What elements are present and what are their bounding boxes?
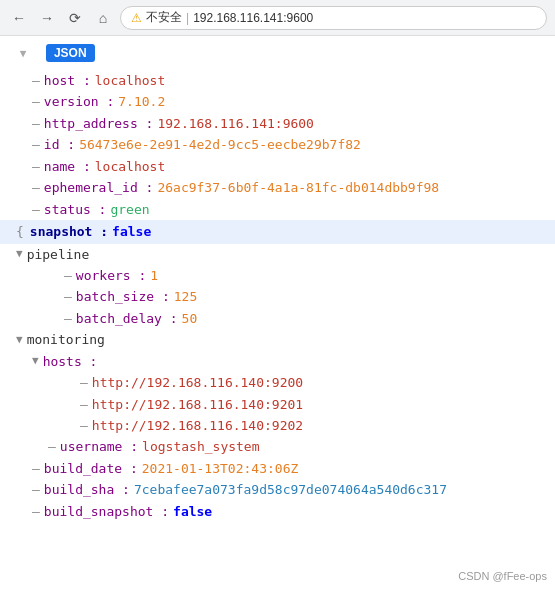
batch-size-key: batch_size :: [76, 286, 170, 307]
snapshot-key: snapshot :: [30, 221, 108, 242]
pipeline-label: pipeline: [27, 244, 90, 265]
hosts-section-row: ▼ hosts :: [0, 351, 555, 372]
snapshot-val: false: [112, 221, 151, 242]
build-sha-key: build_sha :: [44, 479, 130, 500]
insecure-label: 不安全: [146, 9, 182, 26]
batch-size-row: — batch_size : 125: [0, 286, 555, 307]
json-badge: JSON: [46, 44, 95, 62]
watermark: CSDN @fFee-ops: [458, 570, 547, 582]
build-sha-row: — build_sha : 7cebafee7a073fa9d58c97de07…: [0, 479, 555, 500]
http-address-key: http_address :: [44, 113, 154, 134]
host1-val: http://192.168.116.140:9200: [92, 372, 303, 393]
batch-delay-row: — batch_delay : 50: [0, 308, 555, 329]
workers-val: 1: [150, 265, 158, 286]
json-badge-row: ▼ JSON: [0, 44, 555, 66]
status-key: status :: [44, 199, 107, 220]
username-val: logstash_system: [142, 436, 259, 457]
id-key: id :: [44, 134, 75, 155]
host-row: — host : localhost: [0, 70, 555, 91]
build-sha-val: 7cebafee7a073fa9d58c97de074064a540d6c317: [134, 479, 447, 500]
workers-key: workers :: [76, 265, 146, 286]
workers-row: — workers : 1: [0, 265, 555, 286]
hosts-key: hosts :: [43, 351, 98, 372]
back-button[interactable]: ←: [8, 7, 30, 29]
build-date-key: build_date :: [44, 458, 138, 479]
browser-toolbar: ← → ⟳ ⌂ ⚠ 不安全 | 192.168.116.141:9600: [0, 0, 555, 36]
home-button[interactable]: ⌂: [92, 7, 114, 29]
batch-size-val: 125: [174, 286, 197, 307]
batch-delay-val: 50: [182, 308, 198, 329]
ephemeral-id-row: — ephemeral_id : 26ac9f37-6b0f-4a1a-81fc…: [0, 177, 555, 198]
host-val: localhost: [95, 70, 165, 91]
version-key: version :: [44, 91, 114, 112]
refresh-button[interactable]: ⟳: [64, 7, 86, 29]
id-val: 56473e6e-2e91-4e2d-9cc5-eecbe29b7f82: [79, 134, 361, 155]
host1-row: — http://192.168.116.140:9200: [0, 372, 555, 393]
address-bar[interactable]: ⚠ 不安全 | 192.168.116.141:9600: [120, 6, 547, 30]
http-address-val: 192.168.116.141:9600: [157, 113, 314, 134]
build-snapshot-val: false: [173, 501, 212, 522]
url-text: 192.168.116.141:9600: [193, 11, 313, 25]
host-key: host :: [44, 70, 91, 91]
tree-view: — host : localhost — version : 7.10.2 — …: [0, 70, 555, 522]
batch-delay-key: batch_delay :: [76, 308, 178, 329]
name-val: localhost: [95, 156, 165, 177]
json-content: ▼ JSON — host : localhost — version : 7.…: [0, 36, 555, 590]
status-row: — status : green: [0, 199, 555, 220]
snapshot-row: { snapshot : false: [0, 220, 555, 243]
build-snapshot-row: — build_snapshot : false: [0, 501, 555, 522]
build-date-val: 2021-01-13T02:43:06Z: [142, 458, 299, 479]
username-key: username :: [60, 436, 138, 457]
ephemeral-id-val: 26ac9f37-6b0f-4a1a-81fc-db014dbb9f98: [157, 177, 439, 198]
version-val: 7.10.2: [118, 91, 165, 112]
id-row: — id : 56473e6e-2e91-4e2d-9cc5-eecbe29b7…: [0, 134, 555, 155]
host3-val: http://192.168.116.140:9202: [92, 415, 303, 436]
insecure-icon: ⚠: [131, 11, 142, 25]
name-row: — name : localhost: [0, 156, 555, 177]
name-key: name :: [44, 156, 91, 177]
username-row: — username : logstash_system: [0, 436, 555, 457]
host3-row: — http://192.168.116.140:9202: [0, 415, 555, 436]
status-val: green: [110, 199, 149, 220]
forward-button[interactable]: →: [36, 7, 58, 29]
http-address-row: — http_address : 192.168.116.141:9600: [0, 113, 555, 134]
version-row: — version : 7.10.2: [0, 91, 555, 112]
ephemeral-id-key: ephemeral_id :: [44, 177, 154, 198]
host2-row: — http://192.168.116.140:9201: [0, 394, 555, 415]
host2-val: http://192.168.116.140:9201: [92, 394, 303, 415]
build-date-row: — build_date : 2021-01-13T02:43:06Z: [0, 458, 555, 479]
build-snapshot-key: build_snapshot :: [44, 501, 169, 522]
monitoring-label: monitoring: [27, 329, 105, 350]
monitoring-section-row: ▼ monitoring: [0, 329, 555, 350]
pipeline-section-row: ▼ pipeline: [0, 244, 555, 265]
